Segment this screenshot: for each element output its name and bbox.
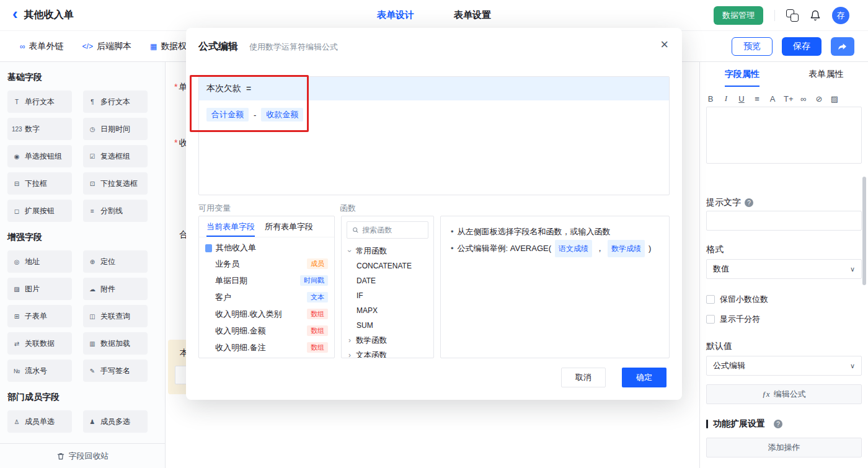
default-value: 公式编辑	[713, 360, 745, 371]
function-item[interactable]: IF	[342, 288, 433, 303]
root-form-name: 其他收入单	[216, 242, 256, 254]
apps-icon[interactable]	[786, 9, 799, 22]
variable-item[interactable]: 收入明细.备注 数组	[199, 339, 334, 356]
field-extend-button[interactable]: ◻扩展按钮	[7, 200, 72, 222]
hint-text-input[interactable]	[706, 211, 862, 231]
field-label: 附件	[100, 284, 115, 294]
field-single-line-text[interactable]: T单行文本	[7, 91, 72, 113]
date-time-icon: ◷	[87, 126, 97, 133]
field-subform[interactable]: ⊞子表单	[7, 305, 72, 327]
variables-tree-root[interactable]: 其他收入单	[199, 237, 334, 255]
thousand-checkbox[interactable]	[706, 315, 715, 324]
form-external-link-button[interactable]: ∞ 表单外链	[20, 41, 64, 52]
properties-body: B I U ≡ A T+ ∞ ⊘ ▨ 提示文字 ? 格式 数值 ∨	[700, 92, 868, 457]
permission-icon: ▦	[150, 42, 157, 51]
tab-form-settings[interactable]: 表单设置	[454, 9, 491, 21]
bell-icon[interactable]	[810, 10, 821, 21]
help-icon[interactable]: ?	[745, 198, 753, 207]
field-dropdown-multi[interactable]: ⊡下拉复选框	[83, 172, 148, 195]
insert-link-icon[interactable]: ∞	[799, 94, 808, 104]
decimal-checkbox[interactable]	[706, 295, 715, 304]
tab-form-properties[interactable]: 表单属性	[784, 62, 868, 87]
variable-item[interactable]: 单据日期 时间戳	[199, 272, 334, 289]
tab-all-form-fields[interactable]: 所有表单字段	[265, 216, 313, 237]
properties-tabs: 字段属性 表单属性	[700, 62, 868, 87]
format-select[interactable]: 数值 ∨	[706, 259, 862, 279]
basic-fields-grid: T单行文本 ¶多行文本 123数字 ◷日期时间 ◉单选按钮组 ☑复选框组 ⊟下拉…	[0, 91, 165, 222]
field-name-editor[interactable]	[706, 107, 862, 164]
confirm-button[interactable]: 确定	[622, 368, 666, 387]
help-icon[interactable]: ?	[774, 420, 782, 428]
font-color-icon[interactable]: A	[768, 94, 777, 104]
field-chip-total-amount[interactable]: 合计金额	[206, 108, 249, 121]
function-item[interactable]: DATE	[342, 273, 433, 288]
variable-item[interactable]: 收入明细.收入类别 数组	[199, 306, 334, 322]
cancel-button[interactable]: 取消	[561, 368, 606, 387]
underline-icon[interactable]: U	[737, 94, 746, 104]
tab-current-form-fields[interactable]: 当前表单字段	[206, 216, 255, 237]
section-title-basic-fields: 基础字段	[0, 72, 165, 83]
thousand-checkbox-row[interactable]: 显示千分符	[706, 314, 862, 325]
variable-item[interactable]: 收入明细.金额 数组	[199, 322, 334, 339]
field-location[interactable]: ⊕定位	[83, 250, 148, 273]
field-address[interactable]: ◎地址	[7, 250, 72, 273]
avatar[interactable]: 存	[832, 7, 849, 24]
function-item[interactable]: MAPX	[342, 303, 433, 318]
close-icon[interactable]: ×	[660, 38, 668, 51]
field-divider[interactable]: ≡分割线	[83, 200, 148, 222]
share-button[interactable]	[831, 37, 854, 56]
field-member-single[interactable]: ♙成员单选	[7, 410, 72, 433]
function-group-math[interactable]: › 数学函数	[342, 333, 433, 348]
field-attachment[interactable]: ☁附件	[83, 278, 148, 300]
help-example-suffix: )	[649, 241, 651, 257]
field-multi-line-text[interactable]: ¶多行文本	[83, 91, 148, 113]
field-date-time[interactable]: ◷日期时间	[83, 118, 148, 140]
field-label: 日期时间	[100, 124, 130, 135]
remove-link-icon[interactable]: ⊘	[815, 94, 823, 104]
field-data-load[interactable]: ▥数据加载	[83, 332, 148, 355]
decimal-checkbox-row[interactable]: 保留小数位数	[706, 294, 862, 305]
bold-icon[interactable]: B	[706, 94, 715, 104]
extend-button-icon: ◻	[12, 208, 22, 214]
tab-field-properties[interactable]: 字段属性	[700, 62, 784, 87]
back-icon[interactable]: ‹	[12, 6, 18, 22]
function-search-box[interactable]	[347, 221, 428, 239]
trash-icon	[56, 452, 65, 461]
panel-scrollbar[interactable]	[862, 177, 866, 285]
modal-title: 公式编辑	[198, 40, 238, 53]
field-checkbox-group[interactable]: ☑复选框组	[83, 145, 148, 167]
function-search-input[interactable]	[362, 226, 423, 234]
field-recycle-bin[interactable]: 字段回收站	[0, 443, 165, 468]
field-dropdown[interactable]: ⊟下拉框	[7, 172, 72, 195]
function-item[interactable]: SUM	[342, 318, 433, 333]
variable-item[interactable]: 客户 文本	[199, 289, 334, 306]
data-manage-button[interactable]: 数据管理	[714, 6, 763, 25]
field-signature[interactable]: ✎手写签名	[83, 360, 148, 382]
field-serial-number[interactable]: №流水号	[7, 360, 72, 382]
italic-icon[interactable]: I	[722, 94, 730, 104]
field-number[interactable]: 123数字	[7, 118, 72, 140]
font-size-icon[interactable]: T+	[784, 94, 792, 104]
variable-name: 客户	[215, 292, 307, 303]
preview-button[interactable]: 预览	[732, 37, 773, 56]
variable-item[interactable]: 业务员 成员	[199, 255, 334, 272]
insert-image-icon[interactable]: ▨	[830, 94, 839, 104]
save-button[interactable]: 保存	[782, 37, 822, 56]
example-field-chip: 数学成绩	[608, 240, 645, 257]
tab-form-design[interactable]: 表单设计	[377, 9, 414, 21]
field-image[interactable]: ▨图片	[7, 278, 72, 300]
align-icon[interactable]: ≡	[753, 94, 761, 104]
function-group-text[interactable]: › 文本函数	[342, 348, 433, 358]
formula-editor[interactable]: 本次欠款 = 合计金额 - 收款金额	[198, 76, 670, 195]
function-item[interactable]: CONCATENATE	[342, 258, 433, 273]
add-action-button[interactable]: 添加操作	[706, 438, 862, 457]
edit-formula-button[interactable]: ƒx 编辑公式	[706, 384, 862, 404]
field-linked-data[interactable]: ⇄关联数据	[7, 332, 72, 355]
field-radio-group[interactable]: ◉单选按钮组	[7, 145, 72, 167]
field-linked-query[interactable]: ◫关联查询	[83, 305, 148, 327]
field-member-multi[interactable]: ♟成员多选	[83, 410, 148, 433]
function-group-common[interactable]: › 常用函数	[342, 244, 433, 258]
field-chip-received-amount[interactable]: 收款金额	[261, 108, 303, 121]
default-value-select[interactable]: 公式编辑 ∨	[706, 356, 862, 376]
backend-script-button[interactable]: </> 后端脚本	[82, 41, 131, 52]
